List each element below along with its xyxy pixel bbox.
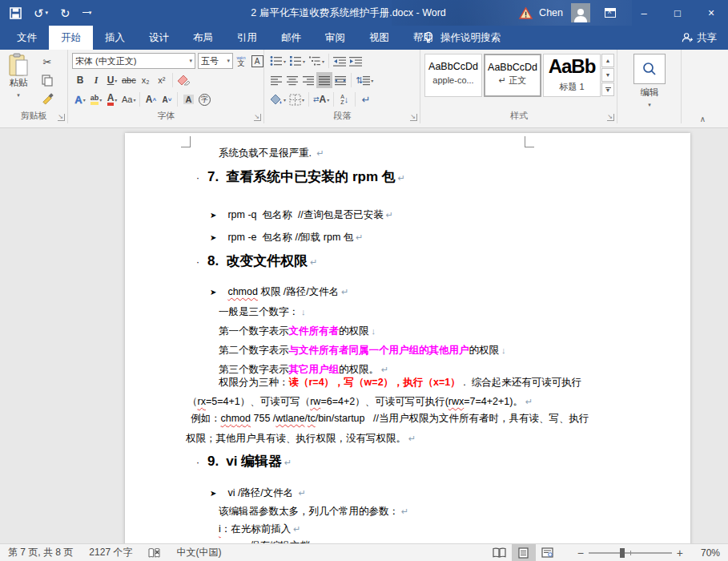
tab-文件[interactable]: 文件 [5,26,49,50]
font-dialog-launcher[interactable]: ↘ [254,114,261,121]
ribbon-tabs: 文件开始插入设计布局引用邮件审阅视图帮助 [5,26,445,50]
avatar[interactable] [571,3,590,22]
grow-font-button[interactable]: A˄ [143,91,159,107]
text-effects-button[interactable]: A ▾ [72,91,88,107]
style-card[interactable]: AaBbCcDd↵ 正文 [484,54,541,97]
undo-button[interactable]: ↺ ▾ [34,7,48,19]
tab-邮件[interactable]: 邮件 [269,26,313,50]
change-case-button[interactable]: Aa ▾ [120,91,137,107]
language-indicator[interactable]: 中文(中国) [176,546,221,559]
align-right-button[interactable] [300,72,316,88]
borders-button[interactable]: ▾ [288,91,306,107]
undo-dropdown-icon[interactable]: ▾ [46,10,49,16]
line-spacing-icon: ⇅ [356,75,363,86]
distribute-button[interactable] [332,72,348,88]
show-marks-button[interactable]: ↵ [358,91,374,107]
account-name[interactable]: Chen [539,7,563,18]
style-card[interactable]: AaBbCcDdapple-co... [424,54,482,97]
align-left-button[interactable] [268,72,284,88]
redo-button[interactable]: ↻ [60,7,70,19]
zoom-slider-handle[interactable] [620,548,625,558]
character-shading-button[interactable]: A [180,91,196,107]
style-scroll-down-button[interactable]: ▼ [601,68,614,82]
enclose-characters-button[interactable]: A [249,53,265,69]
styles-dialog-launcher[interactable]: ↘ [607,114,614,121]
cut-button[interactable]: ✂ [38,54,56,70]
asian-layout-button[interactable]: ⇄ A ▾ [312,91,331,107]
read-mode-button[interactable] [488,544,512,561]
style-scroll-up-button[interactable]: ▲ [601,54,614,67]
enclose-character-button[interactable]: 字 [196,91,212,107]
font-size-dropdown-icon[interactable]: ▾ [227,58,230,64]
ribbon-display-options-button[interactable] [605,8,616,18]
tab-布局[interactable]: 布局 [181,26,225,50]
font-color-button[interactable]: A ▾ [104,91,120,107]
editing-label: 编辑 [641,87,659,97]
close-button[interactable]: × [694,0,728,26]
copy-button[interactable] [38,72,56,88]
document-page[interactable]: 系统负载不是很严重. ↵·7.查看系统中已安装的 rpm 包↵➤rpm -q 包… [125,133,690,543]
increase-indent-button[interactable] [348,53,364,69]
customize-qat-button[interactable]: ▾ [82,11,92,14]
line-spacing-button[interactable]: ⇅ ▾ [354,72,375,88]
clipboard-dialog-launcher[interactable]: ↘ [58,114,65,121]
highlight-button[interactable]: ab ▾ [88,91,104,107]
tab-插入[interactable]: 插入 [93,26,137,50]
zoom-slider[interactable] [589,552,672,554]
phonetic-icon: wén 文 [236,55,245,67]
word-count[interactable]: 2127 个字 [89,546,132,559]
tab-视图[interactable]: 视图 [357,26,401,50]
read-mode-icon [493,547,506,558]
sort-button[interactable]: A Z ↓ [336,91,352,107]
print-layout-button[interactable] [512,544,536,561]
font-size-combo[interactable]: 五号 ▾ [198,53,233,69]
web-layout-button[interactable] [536,544,560,561]
tell-me-search[interactable]: 操作说明搜索 [423,26,501,50]
style-gallery-more-button[interactable]: ▼ [601,83,614,96]
clear-formatting-button[interactable] [175,72,192,88]
superscript-button[interactable]: x² [154,72,170,88]
strikethrough-button[interactable]: abc [120,72,138,88]
shrink-font-button[interactable]: A˅ [159,91,175,107]
font-name-dropdown-icon[interactable]: ▾ [189,58,192,64]
subscript-button[interactable]: x₂ [138,72,154,88]
warning-icon[interactable] [519,7,533,19]
proofing-status[interactable] [148,547,160,559]
zoom-out-button[interactable]: − [573,547,589,559]
multilevel-list-button[interactable]: ▾ [307,53,326,69]
increase-indent-icon [349,56,362,67]
decrease-indent-button[interactable] [332,53,348,69]
format-painter-button[interactable] [38,91,56,107]
numbering-button[interactable]: ▾ [288,53,307,69]
doc-text: ：在光标前插入 [221,523,292,535]
font-name-combo[interactable]: 宋体 (中文正文) ▾ [72,53,195,69]
paste-button[interactable]: 粘贴 ▾ [2,53,34,111]
shading-button[interactable]: ▾ [268,91,288,107]
paragraph-dialog-launcher[interactable]: ↘ [410,114,417,121]
tab-引用[interactable]: 引用 [225,26,269,50]
tab-设计[interactable]: 设计 [137,26,181,50]
zoom-percentage[interactable]: 70% [688,547,720,559]
save-button[interactable] [10,7,22,19]
document-area[interactable]: 系统负载不是很严重. ↵·7.查看系统中已安装的 rpm 包↵➤rpm -q 包… [0,128,728,543]
editing-button[interactable]: 编辑 ▾ [632,54,667,108]
minimize-button[interactable]: – [627,0,661,26]
underline-dropdown-icon[interactable]: ▾ [115,78,117,83]
underline-button[interactable]: U ▾ [104,72,120,88]
maximize-button[interactable]: □ [661,0,694,26]
bullets-button[interactable]: ▾ [268,53,288,69]
web-layout-icon [541,547,553,558]
tab-开始[interactable]: 开始 [49,26,93,50]
align-center-button[interactable] [284,72,300,88]
collapse-ribbon-button[interactable]: ∧ [700,115,706,123]
phonetic-guide-button[interactable]: wén 文 [233,53,249,69]
zoom-in-button[interactable]: + [672,547,688,559]
share-button[interactable]: 共享 [682,26,717,50]
style-card[interactable]: AaBb标题 1 [543,54,601,97]
tab-审阅[interactable]: 审阅 [313,26,357,50]
doc-text: 其它用户组 [289,364,340,375]
italic-button[interactable]: I [88,72,104,88]
bold-button[interactable]: B [72,72,88,88]
justify-button[interactable] [316,72,332,88]
page-indicator[interactable]: 第 7 页, 共 8 页 [8,546,73,559]
